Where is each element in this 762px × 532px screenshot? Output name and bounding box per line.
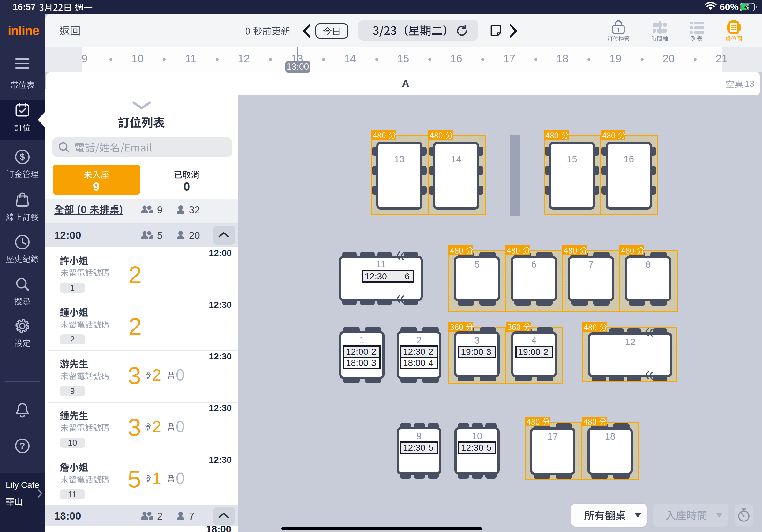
svg-text:$: $ [20,152,25,162]
svg-text:?: ? [20,441,25,451]
